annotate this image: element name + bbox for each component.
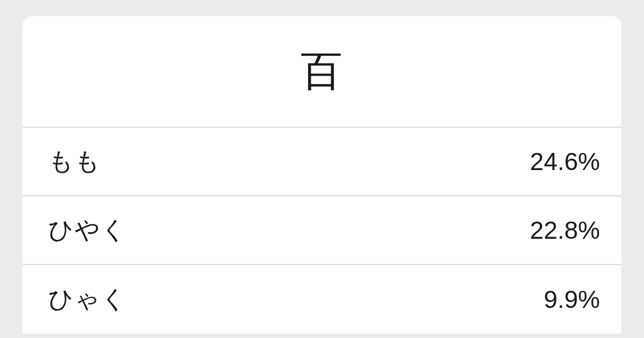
reading-row[interactable]: ひやく 22.8% — [23, 196, 621, 265]
reading-row[interactable]: ひゃく 9.9% — [23, 265, 621, 334]
reading-percent: 22.8% — [530, 216, 600, 245]
kanji-title: 百 — [301, 43, 343, 100]
reading-percent: 24.6% — [530, 147, 600, 176]
reading-text: ひやく — [48, 214, 127, 247]
reading-text: ひゃく — [48, 283, 127, 316]
reading-percent: 9.9% — [544, 285, 600, 314]
reading-text: もも — [48, 145, 101, 178]
readings-card: 百 もも 24.6% ひやく 22.8% ひゃく 9.9% — [23, 16, 621, 334]
reading-row[interactable]: もも 24.6% — [23, 128, 621, 196]
card-header: 百 — [23, 16, 621, 128]
